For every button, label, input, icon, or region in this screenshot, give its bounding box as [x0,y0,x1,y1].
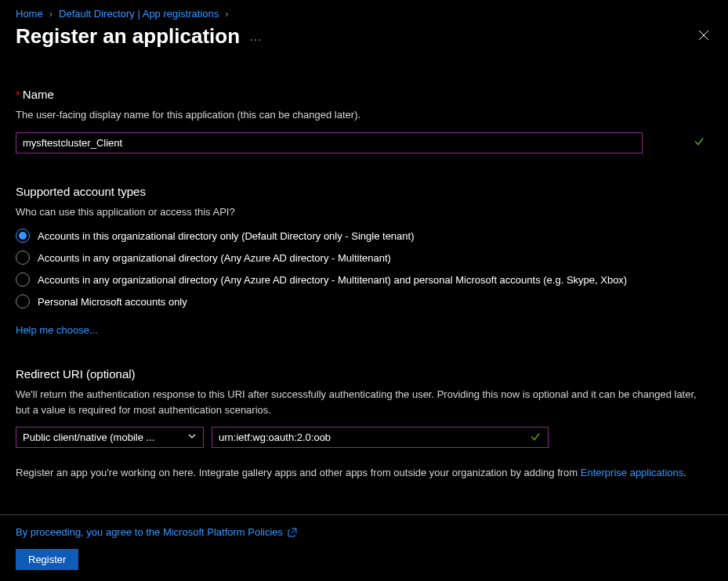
account-type-option-personal[interactable]: Personal Microsoft accounts only [16,294,712,309]
account-types-section: Supported account types Who can use this… [16,185,712,337]
account-type-option-multitenant-personal[interactable]: Accounts in any organizational directory… [16,272,712,287]
chevron-right-icon: › [49,8,53,20]
redirect-uri-label: Redirect URI (optional) [16,367,712,381]
radio-label: Personal Microsoft accounts only [38,296,187,308]
radio-icon [16,294,30,309]
redirect-uri-input[interactable] [212,427,549,448]
radio-icon [16,272,30,287]
name-label: *Name [16,88,712,101]
name-input[interactable] [16,132,643,153]
required-indicator: * [16,88,20,101]
chevron-down-icon [187,431,197,443]
breadcrumb-home[interactable]: Home [16,8,43,20]
radio-label: Accounts in this organizational director… [38,230,415,242]
chevron-right-icon: › [225,8,228,20]
account-type-option-single-tenant[interactable]: Accounts in this organizational director… [16,229,712,243]
platform-policies-link[interactable]: By proceeding, you agree to the Microsof… [16,526,297,538]
page-header: Register an application … [16,24,712,49]
radio-icon [16,229,30,243]
check-icon [694,136,704,150]
name-section: *Name The user-facing display name for t… [16,88,712,153]
more-icon[interactable]: … [249,30,263,44]
account-type-option-multitenant[interactable]: Accounts in any organizational directory… [16,251,712,265]
enterprise-applications-link[interactable]: Enterprise applications [581,467,684,478]
account-types-radio-group: Accounts in this organizational director… [16,229,712,309]
breadcrumb-directory[interactable]: Default Directory | App registrations [59,8,219,20]
bottom-bar: By proceeding, you agree to the Microsof… [0,514,728,581]
redirect-uri-section: Redirect URI (optional) We'll return the… [16,367,712,478]
name-helper: The user-facing display name for this ap… [16,107,712,123]
gallery-hint: Register an app you're working on here. … [16,467,712,478]
platform-selected-value: Public client/native (mobile ... [23,431,154,443]
radio-icon [16,251,30,265]
redirect-uri-helper: We'll return the authentication response… [16,387,712,417]
radio-label: Accounts in any organizational directory… [38,252,391,264]
account-types-label: Supported account types [16,185,712,198]
register-button[interactable]: Register [16,549,78,570]
external-link-icon [288,528,297,537]
help-me-choose-link[interactable]: Help me choose... [16,324,98,336]
page-title: Register an application [16,24,240,49]
radio-label: Accounts in any organizational directory… [38,274,627,286]
platform-select[interactable]: Public client/native (mobile ... [16,427,204,448]
breadcrumb: Home › Default Directory | App registrat… [16,8,712,20]
close-icon[interactable] [695,25,712,48]
account-types-helper: Who can use this application or access t… [16,204,712,220]
